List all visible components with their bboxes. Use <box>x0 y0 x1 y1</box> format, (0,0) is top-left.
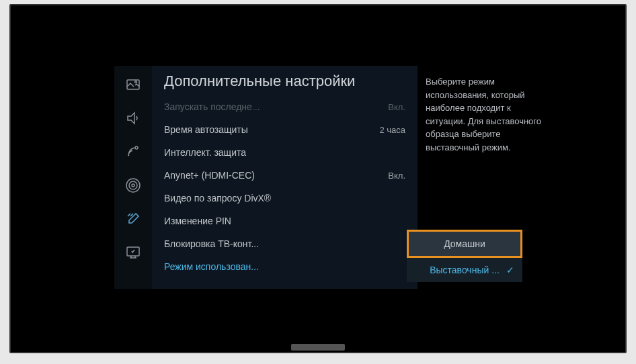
tv-frame: Дополнительные настройки Запускать после… <box>9 4 627 353</box>
help-text: Выберите режим использования, который на… <box>426 75 547 154</box>
menu-list: Запускать последне... Вкл. Время автозащ… <box>152 95 418 278</box>
svg-point-2 <box>135 146 138 149</box>
svg-point-1 <box>135 81 137 83</box>
usage-mode-popup: Домашни Выставочный ... ✓ <box>407 230 522 282</box>
tv-stand <box>291 344 345 351</box>
menu-item-value: Вкл. <box>388 102 405 112</box>
menu-item-content-lock[interactable]: Блокировка ТВ-конт... <box>152 232 418 255</box>
menu-item-label: Запускать последне... <box>164 101 388 112</box>
menu-item-smart-security[interactable]: Интеллект. защита <box>152 141 418 164</box>
option-retail[interactable]: Выставочный ... ✓ <box>407 258 522 282</box>
menu-item-change-pin[interactable]: Изменение PIN <box>152 210 418 232</box>
option-label: Выставочный ... <box>430 265 500 275</box>
panel-title: Дополнительные настройки <box>152 73 418 95</box>
menu-item-label: Режим использован... <box>164 261 405 272</box>
check-icon: ✓ <box>506 265 514 275</box>
menu-item-autoprotect[interactable]: Время автозащиты 2 часа <box>152 118 418 141</box>
menu-item-label: Видео по запросу DivX® <box>164 193 405 203</box>
support-icon[interactable] <box>122 242 144 263</box>
menu-item-usage-mode[interactable]: Режим использован... <box>152 255 418 278</box>
menu-item-anynet[interactable]: Anynet+ (HDMI-CEC) Вкл. <box>152 164 418 187</box>
menu-item-label: Изменение PIN <box>164 216 405 226</box>
sound-icon[interactable] <box>122 107 144 129</box>
menu-item-value: Вкл. <box>388 171 405 181</box>
menu-item-label: Блокировка ТВ-конт... <box>164 238 405 249</box>
network-icon[interactable] <box>122 175 144 196</box>
system-icon[interactable] <box>122 208 144 230</box>
menu-item-label: Интеллект. защита <box>164 147 405 158</box>
picture-icon[interactable] <box>122 74 144 95</box>
menu-item-autorun[interactable]: Запускать последне... Вкл. <box>152 95 418 118</box>
tv-screen: Дополнительные настройки Запускать после… <box>23 17 613 340</box>
svg-point-3 <box>132 184 134 187</box>
menu-item-value: 2 часа <box>379 125 405 135</box>
svg-point-4 <box>129 181 137 189</box>
settings-panel: Дополнительные настройки Запускать после… <box>152 66 418 289</box>
sidebar <box>114 66 152 289</box>
svg-point-5 <box>126 179 140 192</box>
menu-item-label: Время автозащиты <box>164 124 379 135</box>
menu-item-label: Anynet+ (HDMI-CEC) <box>164 170 388 181</box>
option-home[interactable]: Домашни <box>407 230 522 258</box>
settings-menu: Дополнительные настройки Запускать после… <box>114 66 555 289</box>
option-label: Домашни <box>444 238 485 249</box>
broadcast-icon[interactable] <box>122 141 144 163</box>
menu-item-divx[interactable]: Видео по запросу DivX® <box>152 187 418 210</box>
